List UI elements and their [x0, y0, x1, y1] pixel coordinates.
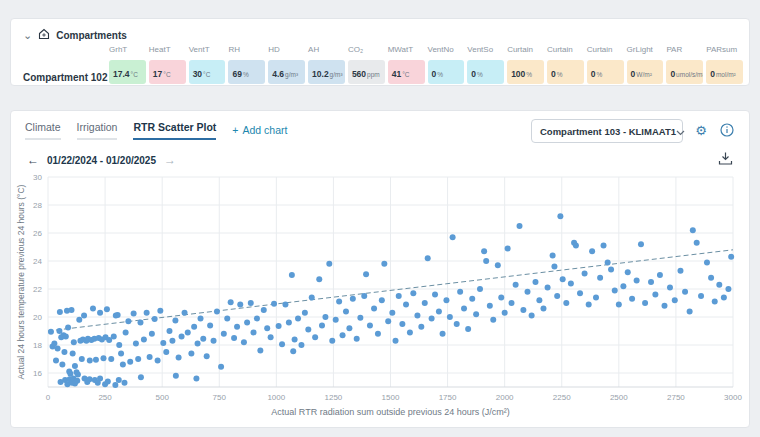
sensor-label: AH: [308, 45, 345, 54]
svg-text:2000: 2000: [496, 393, 514, 402]
compartment-row-label[interactable]: Compartment 102: [23, 72, 107, 83]
selector-value: Compartment 103 - KLIMAAT1: [540, 126, 676, 137]
sensor-value-chip[interactable]: 0umol/s/m²: [666, 60, 703, 84]
svg-text:20: 20: [33, 313, 42, 322]
sensor-column-ventno-8: VentNo0%: [428, 45, 465, 84]
sensor-column-parsum-15: PARsum0mol/m²: [706, 45, 743, 84]
sensor-label: GrLight: [627, 45, 664, 54]
chart-panel: ClimateIrrigationRTR Scatter Plot+Add ch…: [10, 110, 750, 428]
compartments-title: Compartments: [56, 30, 127, 41]
sensor-label: VentT: [189, 45, 226, 54]
sensor-value-chip[interactable]: 10.2g/m³: [308, 60, 345, 84]
svg-text:2250: 2250: [553, 393, 571, 402]
date-navigation: ← 01/22/2024 - 01/20/2025 →: [27, 153, 176, 167]
sensor-column-ventso-9: VentSo0%: [467, 45, 504, 84]
y-axis-title: Actual 24 hours temperature previous 24 …: [16, 184, 26, 379]
sensor-label: Curtain: [547, 45, 584, 54]
plus-icon: +: [232, 124, 238, 136]
sensor-column-par-14: PAR0umol/s/m²: [666, 45, 703, 84]
sensor-label: GrhT: [109, 45, 146, 54]
tab-irrigation[interactable]: Irrigation: [77, 121, 118, 140]
svg-text:2500: 2500: [610, 393, 628, 402]
svg-text:22: 22: [33, 285, 42, 294]
sensor-label: PARsum: [706, 45, 743, 54]
home-icon: [38, 26, 50, 44]
svg-text:1250: 1250: [325, 393, 343, 402]
sensor-column-co-6: CO₂560ppm: [348, 45, 385, 84]
sensor-value-chip[interactable]: 0%: [587, 60, 624, 84]
sensor-label: HeatT: [149, 45, 186, 54]
svg-text:0: 0: [46, 393, 51, 402]
sensor-label: CO₂: [348, 45, 385, 54]
svg-text:30: 30: [33, 173, 42, 182]
sensor-value-chip[interactable]: 0%: [428, 60, 465, 84]
info-icon[interactable]: [719, 123, 735, 139]
sensor-column-curtain-11: Curtain0%: [547, 45, 584, 84]
sensor-label: VentSo: [467, 45, 504, 54]
sensor-column-curtain-12: Curtain0%: [587, 45, 624, 84]
x-axis-title: Actual RTR radiation sum outside previou…: [271, 407, 509, 417]
sensor-column-rh-3: RH69%: [228, 45, 265, 84]
svg-text:26: 26: [33, 229, 42, 238]
sensor-label: MWatT: [388, 45, 425, 54]
gear-icon[interactable]: ⚙: [693, 123, 709, 139]
sensor-value-chip[interactable]: 0W/m²: [627, 60, 664, 84]
sensor-label: RH: [228, 45, 265, 54]
sensor-label: Curtain: [507, 45, 544, 54]
sensor-value-chip[interactable]: 17.4°C: [109, 60, 146, 84]
sensor-value-chip[interactable]: 41°C: [388, 60, 425, 84]
sensor-value-chip[interactable]: 17°C: [149, 60, 186, 84]
svg-text:2750: 2750: [667, 393, 685, 402]
collapse-chevron-icon[interactable]: ⌄: [23, 30, 32, 40]
svg-text:250: 250: [98, 393, 112, 402]
sensor-label: Curtain: [587, 45, 624, 54]
next-period-arrow-icon[interactable]: →: [164, 153, 176, 167]
sensor-value-chip[interactable]: 0%: [547, 60, 584, 84]
sensor-label: VentNo: [428, 45, 465, 54]
sensor-column-ah-5: AH10.2g/m³: [308, 45, 345, 84]
sensor-column-curtain-10: Curtain100%: [507, 45, 544, 84]
svg-text:1750: 1750: [439, 393, 457, 402]
sensor-column-ventt-2: VentT30°C: [189, 45, 226, 84]
sensor-column-grht-0: GrhT17.4°C: [109, 45, 146, 84]
sensor-value-chip[interactable]: 0%: [467, 60, 504, 84]
svg-text:1500: 1500: [382, 393, 400, 402]
add-chart-button[interactable]: +Add chart: [232, 121, 287, 140]
rtr-scatter-plot: 1618202224262830025050075010001250150017…: [11, 169, 751, 423]
compartments-panel: ⌄ Compartments Compartment 102 GrhT17.4°…: [10, 18, 750, 86]
sensor-label: PAR: [666, 45, 703, 54]
sensor-value-chip[interactable]: 4.6g/m³: [268, 60, 305, 84]
svg-text:750: 750: [213, 393, 227, 402]
sensor-column-grlight-13: GrLight0W/m²: [627, 45, 664, 84]
chevron-down-icon: [676, 122, 685, 140]
svg-text:24: 24: [33, 257, 42, 266]
svg-text:18: 18: [33, 341, 42, 350]
chart-tabs: ClimateIrrigationRTR Scatter Plot+Add ch…: [25, 121, 287, 140]
dashboard: ⌄ Compartments Compartment 102 GrhT17.4°…: [0, 0, 760, 437]
sensor-value-chip[interactable]: 69%: [228, 60, 265, 84]
sensor-value-chip[interactable]: 0mol/m²: [706, 60, 743, 84]
svg-text:1000: 1000: [267, 393, 285, 402]
sensor-column-mwatt-7: MWatT41°C: [388, 45, 425, 84]
compartment-selector[interactable]: Compartment 103 - KLIMAAT1: [531, 119, 683, 143]
svg-text:500: 500: [155, 393, 169, 402]
svg-text:16: 16: [33, 369, 42, 378]
sensor-column-heatt-1: HeatT17°C: [149, 45, 186, 84]
svg-text:3000: 3000: [724, 393, 742, 402]
sensor-value-chip[interactable]: 30°C: [189, 60, 226, 84]
sensor-label: HD: [268, 45, 305, 54]
sensor-value-chip[interactable]: 560ppm: [348, 60, 385, 84]
date-range: 01/22/2024 - 01/20/2025: [47, 155, 156, 166]
svg-text:28: 28: [33, 201, 42, 210]
sensor-column-hd-4: HD4.6g/m³: [268, 45, 305, 84]
add-chart-label: Add chart: [242, 124, 287, 136]
previous-period-arrow-icon[interactable]: ←: [27, 153, 39, 167]
sensor-value-chip[interactable]: 100%: [507, 60, 544, 84]
tab-climate[interactable]: Climate: [25, 121, 61, 140]
tab-rtr-scatter-plot[interactable]: RTR Scatter Plot: [133, 121, 216, 140]
download-icon[interactable]: [718, 151, 733, 166]
sensor-columns: GrhT17.4°CHeatT17°CVentT30°CRH69%HD4.6g/…: [109, 45, 743, 84]
